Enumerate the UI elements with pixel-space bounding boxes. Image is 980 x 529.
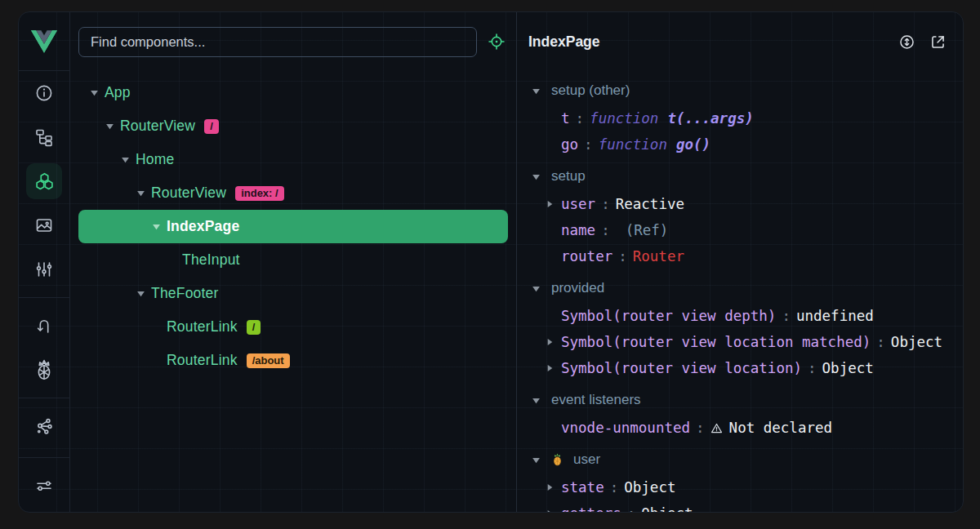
- sidebar-item-component-tree[interactable]: [26, 119, 62, 155]
- section-header[interactable]: event listeners: [532, 385, 963, 415]
- route-badge: /about: [247, 353, 290, 368]
- component-tree-pane: AppRouterView/HomeRouterViewindex: /Inde…: [70, 12, 517, 512]
- tree-row-indexpage[interactable]: IndexPage: [78, 210, 508, 243]
- collapse-arrow-icon[interactable]: [532, 284, 543, 293]
- key-value-separator: :: [871, 334, 891, 350]
- sidebar-divider: [19, 297, 70, 298]
- component-name: RouterView: [151, 184, 226, 202]
- inspector-section: setup (other)t:functiont(...args)go:func…: [532, 76, 963, 158]
- component-tree: AppRouterView/HomeRouterViewindex: /Inde…: [70, 71, 516, 512]
- section-header[interactable]: provided: [532, 273, 963, 303]
- key-value-separator: :: [802, 360, 822, 376]
- inspector-section: event listenersvnode-unmounted:Not decla…: [532, 385, 963, 441]
- scroll-to-component-icon[interactable]: [898, 33, 915, 51]
- state-value: Object: [641, 505, 693, 512]
- expand-arrow-icon[interactable]: [546, 483, 561, 491]
- tree-row-routerlink[interactable]: RouterLink/about: [78, 344, 508, 377]
- assets-icon: [34, 216, 54, 235]
- state-item[interactable]: Symbol(router view location matched):Obj…: [532, 329, 963, 355]
- tree-row-theinput[interactable]: TheInput: [78, 243, 508, 277]
- section-header[interactable]: user: [532, 445, 963, 474]
- key-value-separator: :: [570, 110, 590, 127]
- inspector-body: setup (other)t:functiont(...args)go:func…: [517, 71, 963, 512]
- expand-arrow-icon[interactable]: [546, 509, 561, 512]
- expand-arrow-icon[interactable]: [546, 338, 561, 346]
- expand-arrow-icon[interactable]: [546, 200, 561, 208]
- collapse-arrow-icon[interactable]: [532, 172, 543, 181]
- route-badge: /: [247, 320, 261, 335]
- tree-row-routerview[interactable]: RouterView/: [78, 109, 508, 143]
- state-value: (Ref): [626, 222, 669, 238]
- state-key: vnode-unmounted: [561, 420, 690, 436]
- state-key: go: [561, 136, 578, 153]
- inspector-section: setupuser:Reactivename:(Ref)router:Route…: [532, 162, 963, 269]
- inspector-title: IndexPage: [528, 33, 884, 51]
- function-signature: go(): [676, 136, 710, 153]
- key-value-separator: :: [595, 222, 616, 238]
- settings-icon: [34, 476, 54, 496]
- sidebar-item-pinia[interactable]: [26, 352, 62, 388]
- sidebar-item-assets[interactable]: [26, 207, 62, 243]
- component-name: IndexPage: [167, 218, 239, 235]
- sidebar-nav: [19, 71, 69, 512]
- inspector-header: IndexPage: [517, 12, 963, 71]
- tree-row-thefooter[interactable]: TheFooter: [78, 277, 508, 310]
- section-header[interactable]: setup: [532, 162, 963, 191]
- tree-row-routerlink[interactable]: RouterLink/: [78, 310, 508, 344]
- expand-arrow-icon[interactable]: [546, 364, 561, 372]
- component-name: RouterLink: [167, 318, 238, 336]
- function-signature: t(...args): [667, 110, 753, 127]
- collapse-arrow-icon[interactable]: [532, 396, 543, 405]
- expand-arrow-icon[interactable]: [105, 122, 120, 131]
- expand-arrow-icon[interactable]: [90, 88, 105, 97]
- state-item: go:functiongo(): [532, 131, 963, 158]
- section-title: setup (other): [551, 82, 630, 99]
- state-key: Symbol(router view depth): [561, 308, 776, 324]
- tree-row-routerview[interactable]: RouterViewindex: /: [78, 176, 508, 210]
- expand-arrow-icon[interactable]: [121, 155, 136, 164]
- select-component-target-icon[interactable]: [488, 33, 506, 51]
- component-name: TheInput: [182, 251, 240, 269]
- state-item[interactable]: getters:Object: [532, 500, 963, 512]
- key-value-separator: :: [621, 505, 642, 512]
- expand-arrow-icon[interactable]: [152, 222, 167, 231]
- state-item[interactable]: user:Reactive: [532, 191, 963, 217]
- sidebar-item-timeline[interactable]: [26, 251, 62, 287]
- sidebar-item-components[interactable]: [26, 163, 62, 199]
- key-value-separator: :: [776, 308, 796, 324]
- state-value: Reactive: [616, 196, 684, 212]
- graph-icon: [34, 416, 54, 436]
- tree-row-home[interactable]: Home: [78, 143, 508, 176]
- expand-arrow-icon[interactable]: [136, 189, 151, 198]
- key-value-separator: :: [578, 136, 599, 153]
- expand-arrow-icon[interactable]: [136, 289, 151, 298]
- function-keyword: function: [599, 136, 667, 153]
- collapse-arrow-icon[interactable]: [532, 87, 543, 96]
- sidebar-item-settings[interactable]: [26, 468, 62, 504]
- section-title: event listeners: [551, 392, 641, 408]
- tree-row-app[interactable]: App: [78, 76, 508, 109]
- state-item[interactable]: Symbol(router view location):Object: [532, 355, 963, 381]
- state-value: Object: [891, 334, 942, 350]
- vue-logo[interactable]: [19, 12, 69, 71]
- sidebar-item-graph[interactable]: [26, 408, 62, 444]
- state-value: Object: [822, 360, 874, 376]
- pinia-store-icon: [551, 453, 564, 466]
- search-input[interactable]: [91, 34, 465, 50]
- collapse-arrow-icon[interactable]: [532, 456, 543, 465]
- state-key: name: [561, 222, 595, 238]
- open-in-editor-icon[interactable]: [929, 33, 947, 51]
- sidebar-item-info[interactable]: [26, 75, 62, 111]
- state-item[interactable]: state:Object: [532, 474, 963, 500]
- sidebar-item-router[interactable]: [26, 308, 62, 344]
- component-tree-icon: [34, 127, 54, 147]
- search-input-box[interactable]: [78, 27, 477, 57]
- state-key: getters: [561, 505, 621, 512]
- inspector-section: providedSymbol(router view depth):undefi…: [532, 273, 963, 381]
- state-key: state: [561, 479, 604, 496]
- key-value-separator: :: [595, 196, 616, 212]
- state-key: user: [561, 196, 595, 212]
- state-value: Not declared: [729, 420, 832, 436]
- section-header[interactable]: setup (other): [532, 76, 963, 105]
- sidebar-divider: [19, 398, 70, 398]
